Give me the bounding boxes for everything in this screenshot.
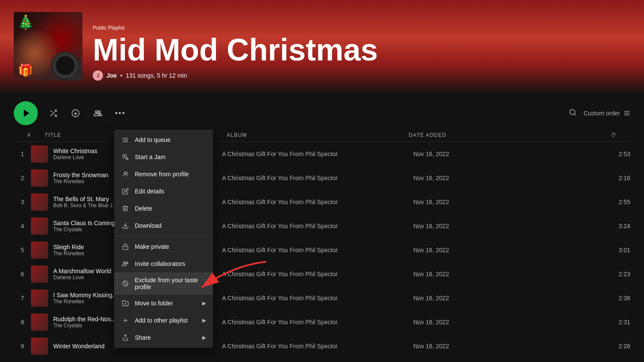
track-date-added: Nov 16, 2022 xyxy=(413,319,605,326)
search-button[interactable] xyxy=(569,109,577,118)
track-duration: 2:55 xyxy=(605,199,630,205)
track-thumbnail xyxy=(31,169,48,187)
col-duration: ⏱ xyxy=(591,132,617,138)
col-num: # xyxy=(27,132,45,138)
track-text: White Christmas Darlene Love xyxy=(53,148,97,160)
menu-label-move-to-folder: Move to folder xyxy=(135,300,173,307)
track-duration: 2:53 xyxy=(605,151,630,157)
toolbar-right: Custom order xyxy=(569,109,630,118)
menu-item-share[interactable]: Share ▶ xyxy=(114,329,213,346)
track-text: Sleigh Ride The Ronettes xyxy=(53,244,84,256)
track-album: A Christmas Gift For You From Phil Spect… xyxy=(222,199,413,205)
more-options-button[interactable]: ••• xyxy=(113,106,127,120)
track-thumbnail xyxy=(31,145,48,163)
custom-order-button[interactable]: Custom order xyxy=(583,110,630,117)
track-number: 5 xyxy=(14,247,31,253)
track-duration: 2:16 xyxy=(605,175,630,181)
track-name: A Marshmallow World xyxy=(53,268,111,275)
track-text: Winter Wonderland xyxy=(53,343,105,350)
vinyl-record xyxy=(52,53,78,78)
menu-label-remove-from-profile: Remove from profile xyxy=(135,171,189,178)
menu-label-edit-details: Edit details xyxy=(135,188,164,195)
owner-name[interactable]: Joe xyxy=(106,72,117,79)
menu-item-make-private[interactable]: Make private xyxy=(114,238,213,255)
track-date-added: Nov 16, 2022 xyxy=(413,151,605,157)
download-button[interactable] xyxy=(69,106,82,120)
menu-item-edit-details[interactable]: Edit details xyxy=(114,183,213,200)
menu-item-exclude-taste[interactable]: Exclude from your taste profile xyxy=(114,272,213,295)
track-row[interactable]: 1 White Christmas Darlene Love A Christm… xyxy=(14,142,630,166)
menu-label-add-to-queue: Add to queue xyxy=(135,136,170,143)
menu-icon-start-a-jam xyxy=(121,153,130,161)
hero-info: Public Playlist Mid Mod Christmas J Joe … xyxy=(93,25,630,81)
svg-point-2 xyxy=(570,109,575,115)
menu-icon-add-to-other-playlist xyxy=(121,316,130,325)
menu-item-move-to-folder[interactable]: Move to folder ▶ xyxy=(114,295,213,312)
menu-label-add-to-other-playlist: Add to other playlist xyxy=(135,317,188,324)
track-row[interactable]: 2 Frosty the Snowman The Ronettes A Chri… xyxy=(14,166,630,190)
track-row[interactable]: 7 I Saw Mommy Kissing... The Ronettes A … xyxy=(14,286,630,310)
track-artist: Darlene Love xyxy=(53,275,111,281)
track-row[interactable]: 6 A Marshmallow World Darlene Love A Chr… xyxy=(14,262,630,286)
track-number: 2 xyxy=(14,175,31,181)
track-row[interactable]: 4 Santa Claus Is Coming... The Crystals … xyxy=(14,214,630,238)
track-date-added: Nov 16, 2022 xyxy=(413,295,605,302)
track-name: Winter Wonderland xyxy=(53,343,105,350)
track-row[interactable]: 8 Rudolph the Red-Nos... The Crystals A … xyxy=(14,310,630,334)
shuffle-button[interactable] xyxy=(46,106,60,120)
track-artist: The Crystals xyxy=(53,323,116,329)
gift-decoration: 🎁 xyxy=(18,63,33,77)
track-row[interactable]: 3 The Bells of St. Mary Bob B. Soxx & Th… xyxy=(14,190,630,214)
menu-item-remove-from-profile[interactable]: Remove from profile xyxy=(114,166,213,183)
track-text: The Bells of St. Mary Bob B. Soxx & The … xyxy=(53,196,117,208)
track-artist: The Ronettes xyxy=(53,250,84,256)
track-artist: Bob B. Soxx & The Blue J... xyxy=(53,202,117,208)
track-thumbnail xyxy=(31,314,48,331)
track-date-added: Nov 16, 2022 xyxy=(413,199,605,205)
track-thumbnail xyxy=(31,241,48,259)
track-row[interactable]: 9 Winter Wonderland A Christmas Gift For… xyxy=(14,334,630,358)
track-number: 6 xyxy=(14,271,31,278)
track-number: 4 xyxy=(14,223,31,229)
menu-item-download[interactable]: Download xyxy=(114,217,213,234)
menu-item-add-to-other-playlist[interactable]: Add to other playlist ▶ xyxy=(114,312,213,329)
playlist-song-count: 131 songs, 5 hr 12 min xyxy=(126,72,187,79)
submenu-arrow-share: ▶ xyxy=(202,335,206,341)
track-duration: 2:38 xyxy=(605,295,630,302)
menu-label-share: Share xyxy=(135,334,151,341)
track-album: A Christmas Gift For You From Phil Spect… xyxy=(222,271,413,278)
svg-line-20 xyxy=(123,281,127,285)
menu-label-download: Download xyxy=(135,222,161,229)
track-thumbnail xyxy=(31,338,48,355)
context-menu: Add to queue Start a Jam Remove from pro… xyxy=(114,130,213,348)
menu-item-add-to-queue[interactable]: Add to queue xyxy=(114,131,213,148)
menu-icon-remove-from-profile xyxy=(121,170,130,178)
track-name: Santa Claus Is Coming... xyxy=(53,220,120,226)
menu-icon-delete xyxy=(121,204,130,213)
svg-rect-16 xyxy=(123,246,128,249)
track-album: A Christmas Gift For You From Phil Spect… xyxy=(222,223,413,229)
hero-section: 🎄 🎁 Public Playlist Mid Mod Christmas J … xyxy=(0,0,644,94)
add-user-button[interactable] xyxy=(91,106,105,120)
custom-order-label: Custom order xyxy=(583,110,620,117)
play-button[interactable] xyxy=(14,101,38,125)
track-text: Frosty the Snowman The Ronettes xyxy=(53,172,108,184)
track-album: A Christmas Gift For You From Phil Spect… xyxy=(222,319,413,326)
track-list-header: # Title Album Date added ⏱ xyxy=(14,132,630,142)
menu-item-delete[interactable]: Delete xyxy=(114,200,213,217)
track-list: 1 White Christmas Darlene Love A Christm… xyxy=(0,142,644,358)
track-date-added: Nov 16, 2022 xyxy=(413,271,605,278)
menu-label-invite-collaborators: Invite collaborators xyxy=(135,260,185,267)
track-artist: The Ronettes xyxy=(53,178,108,184)
track-name: Sleigh Ride xyxy=(53,244,84,250)
menu-icon-move-to-folder xyxy=(121,299,130,308)
playlist-meta: J Joe • 131 songs, 5 hr 12 min xyxy=(93,70,630,81)
submenu-arrow-move-to-folder: ▶ xyxy=(202,300,206,306)
menu-item-invite-collaborators[interactable]: Invite collaborators xyxy=(114,255,213,272)
menu-item-start-a-jam[interactable]: Start a Jam xyxy=(114,148,213,166)
track-thumbnail xyxy=(31,290,48,307)
track-row[interactable]: 5 Sleigh Ride The Ronettes A Christmas G… xyxy=(14,238,630,262)
track-name: The Bells of St. Mary xyxy=(53,196,117,202)
owner-avatar: J xyxy=(93,70,103,81)
menu-icon-invite-collaborators xyxy=(121,259,130,268)
